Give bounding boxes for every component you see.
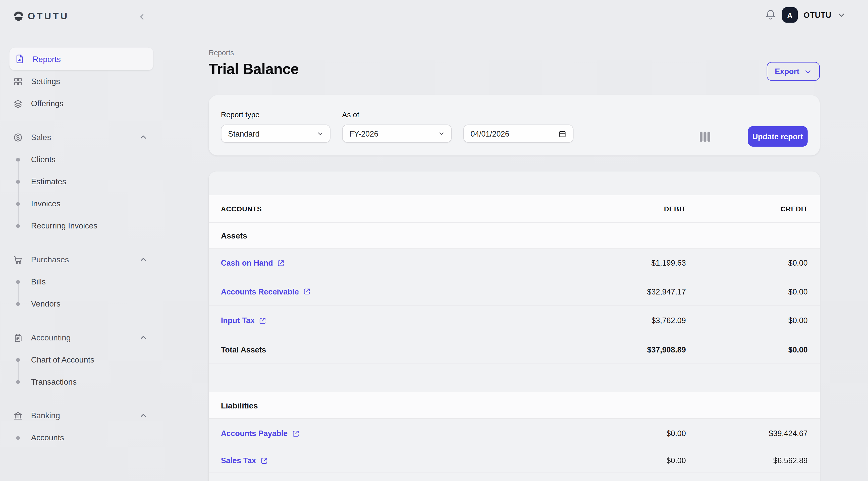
chevron-up-icon[interactable] — [140, 256, 147, 263]
page-title: Trial Balance — [209, 61, 820, 78]
sidebar-item-chart-of-accounts[interactable]: Chart of Accounts — [0, 349, 160, 371]
sidebar-nav: ReportsSettingsOfferingsSalesClientsEsti… — [0, 48, 160, 449]
trial-balance-table: ACCOUNTS DEBIT CREDIT AssetsCash on Hand… — [209, 171, 820, 481]
chevron-down-icon — [317, 131, 323, 136]
sidebar-item-label: Clients — [31, 155, 56, 164]
sidebar-subgroup-sales: ClientsEstimatesInvoicesRecurring Invoic… — [0, 148, 160, 237]
debit-value: $37,908.89 — [553, 345, 686, 354]
sidebar-item-transactions[interactable]: Transactions — [0, 371, 160, 393]
sidebar-subgroup-accounting: Chart of AccountsTransactions — [0, 349, 160, 393]
debit-value: $3,762.09 — [553, 316, 686, 325]
sidebar-item-settings[interactable]: Settings — [0, 70, 160, 92]
calendar-icon[interactable] — [559, 130, 566, 137]
sidebar-item-estimates[interactable]: Estimates — [0, 170, 160, 193]
user-avatar[interactable]: A — [782, 7, 798, 23]
credit-value: $0.00 — [686, 345, 808, 354]
chevron-up-icon[interactable] — [140, 334, 147, 342]
user-name-label: OTUTU — [804, 10, 832, 19]
external-link-icon — [259, 317, 267, 324]
sidebar-item-vendors[interactable]: Vendors — [0, 293, 160, 315]
as-of-date-input[interactable]: 04/01/2026 — [463, 125, 574, 143]
sidebar-subgroup-banking: Accounts — [0, 426, 160, 449]
account-name: Accounts Payable — [221, 429, 287, 438]
bullet-dot-icon — [16, 180, 20, 184]
debit-value: $0.00 — [553, 429, 686, 438]
table-spacer-row — [209, 363, 820, 392]
sidebar-item-offerings[interactable]: Offerings — [0, 92, 160, 115]
account-link[interactable]: Cash on Hand — [221, 258, 285, 267]
user-menu-chevron-down-icon[interactable] — [838, 11, 845, 19]
table-body: AssetsCash on Hand$1,199.63$0.00Accounts… — [209, 222, 820, 481]
update-report-button[interactable]: Update report — [748, 126, 808, 147]
sidebar-item-label: Banking — [31, 411, 60, 420]
clipboard-icon — [13, 333, 23, 342]
account-name: Accounts Receivable — [221, 287, 299, 296]
account-link[interactable]: Accounts Payable — [221, 429, 299, 438]
sidebar-item-reports[interactable]: Reports — [9, 48, 153, 70]
table-row-assets: Assets — [209, 222, 820, 249]
sidebar-item-label: Estimates — [31, 177, 66, 186]
app-root: OTUTU A OTUTU ReportsSettingsOfferingsSa… — [0, 0, 868, 481]
debit-value: $32,947.17 — [553, 287, 686, 296]
sidebar-item-label: Offerings — [31, 99, 63, 108]
account-link[interactable]: Accounts Receivable — [221, 287, 310, 296]
chevron-up-icon[interactable] — [140, 133, 147, 141]
table-toolbar-strip — [209, 171, 820, 195]
report-filter-card: Report type As of Standard FY-2026 04/01… — [209, 95, 820, 155]
sidebar-item-accounting[interactable]: Accounting — [0, 326, 160, 348]
external-link-icon — [278, 259, 285, 267]
sidebar-item-label: Recurring Invoices — [31, 221, 97, 230]
bullet-dot-icon — [16, 302, 20, 306]
sidebar-item-label: Transactions — [31, 377, 76, 386]
bullet-dot-icon — [16, 380, 20, 384]
sidebar-item-invoices[interactable]: Invoices — [0, 193, 160, 215]
table-row-liabilities: Liabilities — [209, 392, 820, 418]
bullet-dot-icon — [16, 358, 20, 362]
chevron-left-icon — [137, 12, 146, 21]
fiscal-year-value: FY-2026 — [349, 129, 378, 138]
breadcrumb: Reports — [209, 49, 820, 57]
sidebar-item-bills[interactable]: Bills — [0, 270, 160, 293]
column-settings-button[interactable] — [699, 131, 711, 142]
sidebar-collapse-button[interactable] — [135, 10, 149, 23]
sidebar-item-label: Reports — [33, 55, 61, 63]
table-row-total-assets: Total Assets$37,908.89$0.00 — [209, 334, 820, 363]
chevron-up-icon[interactable] — [140, 412, 147, 419]
account-link[interactable]: Sales Tax — [221, 456, 268, 465]
credit-value: $0.00 — [686, 316, 808, 325]
brand-logo-text: OTUTU — [28, 11, 69, 22]
notifications-bell-icon[interactable] — [765, 9, 776, 20]
sidebar-item-purchases[interactable]: Purchases — [0, 249, 160, 270]
as-of-date-value: 04/01/2026 — [470, 129, 509, 138]
report-type-select[interactable]: Standard — [221, 125, 330, 143]
sidebar-item-clients[interactable]: Clients — [0, 148, 160, 170]
export-button-label: Export — [775, 67, 800, 76]
debit-value: $1,199.63 — [553, 258, 686, 267]
account-link[interactable]: Input Tax — [221, 316, 266, 325]
brand-logo: OTUTU — [13, 11, 69, 22]
as-of-label: As of — [342, 111, 359, 119]
sidebar-item-label: Bills — [31, 277, 46, 286]
sidebar-item-recurring-invoices[interactable]: Recurring Invoices — [0, 215, 160, 237]
layers-icon — [13, 99, 23, 108]
fiscal-year-select[interactable]: FY-2026 — [342, 125, 452, 143]
table-row-accounts-payable: Accounts Payable$0.00$39,424.67 — [209, 418, 820, 448]
sidebar-item-sales[interactable]: Sales — [0, 126, 160, 148]
columns-icon — [700, 132, 711, 142]
brand-logo-icon — [13, 11, 24, 22]
external-link-icon — [292, 429, 299, 437]
account-name: Cash on Hand — [221, 258, 273, 267]
table-row-input-tax: Input Tax$3,762.09$0.00 — [209, 306, 820, 335]
report-type-label: Report type — [221, 111, 259, 119]
export-button[interactable]: Export — [767, 62, 820, 81]
bullet-dot-icon — [16, 436, 20, 440]
sidebar-item-label: Accounting — [31, 333, 70, 342]
debit-value: $0.00 — [553, 456, 686, 465]
table-spacer-row — [209, 473, 820, 481]
bullet-dot-icon — [16, 202, 20, 205]
account-name: Sales Tax — [221, 456, 256, 465]
table-row-sales-tax: Sales Tax$0.00$6,562.89 — [209, 448, 820, 473]
sidebar-item-accounts[interactable]: Accounts — [0, 426, 160, 449]
bank-icon — [13, 411, 23, 420]
sidebar-item-banking[interactable]: Banking — [0, 405, 160, 426]
